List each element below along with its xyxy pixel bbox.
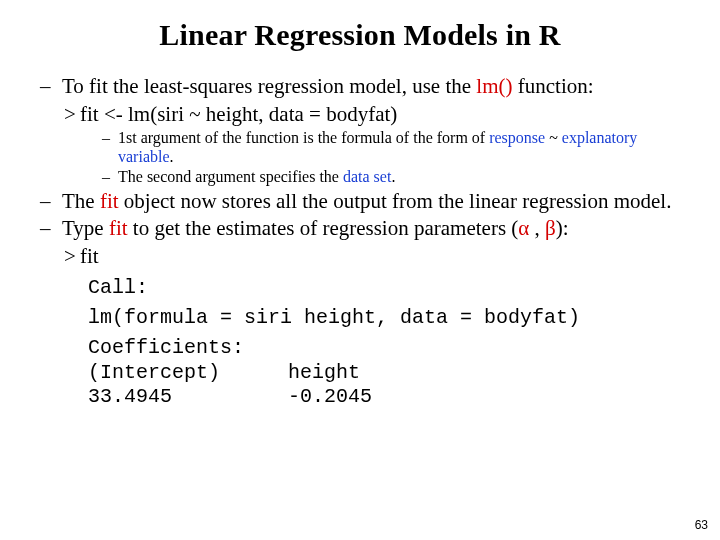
- code-line-fit-assign: fit <- lm(siri ~ height, data = bodyfat)…: [62, 102, 684, 187]
- text: .: [391, 168, 395, 185]
- height-value: -0.2045: [288, 385, 372, 409]
- text: The second argument specifies the: [118, 168, 343, 185]
- bullet-list: To fit the least-squares regression mode…: [36, 74, 684, 270]
- text: 1st argument of the function is the form…: [118, 129, 489, 146]
- intercept-label: (Intercept): [88, 361, 288, 385]
- text: Type: [62, 216, 109, 240]
- output-call: Call:: [88, 276, 684, 300]
- slide-title: Linear Regression Models in R: [36, 18, 684, 52]
- code-line-fit: fit: [62, 244, 684, 270]
- output-formula: lm(formula = siri height, data = bodyfat…: [88, 306, 684, 330]
- tilde: ~: [545, 129, 562, 146]
- code-text: fit: [80, 244, 99, 268]
- arg-notes: 1st argument of the function is the form…: [102, 129, 684, 187]
- code-sublist-2: fit: [62, 244, 684, 270]
- note-data-arg: The second argument specifies the data s…: [102, 168, 684, 187]
- output-coef-header: Coefficients:: [88, 336, 684, 360]
- bullet-fit-model: To fit the least-squares regression mode…: [36, 74, 684, 187]
- fit-command: fit: [109, 216, 128, 240]
- bullet-fit-object: The fit object now stores all the output…: [36, 189, 684, 215]
- note-formula-arg: 1st argument of the function is the form…: [102, 129, 684, 167]
- text: .: [170, 148, 174, 165]
- fit-object: fit: [100, 189, 119, 213]
- text: ,: [529, 216, 545, 240]
- text: ):: [556, 216, 569, 240]
- output-coef-names: (Intercept) height: [88, 361, 684, 385]
- intercept-value: 33.4945: [88, 385, 288, 409]
- page-number: 63: [695, 518, 708, 532]
- text: object now stores all the output from th…: [119, 189, 672, 213]
- lm-function: lm(): [476, 74, 512, 98]
- output-coef-values: 33.4945 -0.2045: [88, 385, 684, 409]
- beta-symbol: β: [545, 216, 556, 240]
- dataset-term: data set: [343, 168, 391, 185]
- response-term: response: [489, 129, 545, 146]
- text: To fit the least-squares regression mode…: [62, 74, 476, 98]
- code-sublist: fit <- lm(siri ~ height, data = bodyfat)…: [62, 102, 684, 187]
- code-text: fit <- lm(siri ~ height, data = bodyfat): [80, 102, 397, 126]
- text: to get the estimates of regression param…: [128, 216, 519, 240]
- text: function:: [513, 74, 594, 98]
- height-label: height: [288, 361, 360, 385]
- text: The: [62, 189, 100, 213]
- bullet-type-fit: Type fit to get the estimates of regress…: [36, 216, 684, 269]
- alpha-symbol: α: [518, 216, 529, 240]
